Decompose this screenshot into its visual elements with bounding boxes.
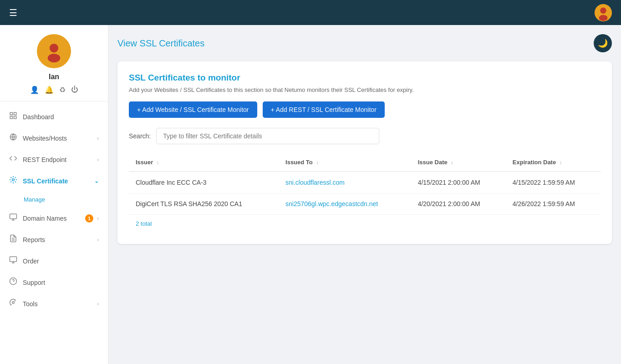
cell-issued-to: sni.cloudflaressl.com <box>279 172 411 193</box>
sidebar-item-tools[interactable]: Tools › <box>0 293 108 314</box>
power-icon[interactable]: ⏻ <box>71 86 78 94</box>
search-input[interactable] <box>156 128 379 144</box>
col-expiration-date: Expiration Date ↕ <box>506 153 601 172</box>
add-rest-ssl-button[interactable]: + Add REST / SSL Certificate Monitor <box>263 101 385 118</box>
main-layout: Ian 👤 🔔 ♻ ⏻ Dashboard <box>0 25 621 364</box>
card-title: SSL Certificates to monitor <box>129 73 601 83</box>
sidebar-item-label-order: Order <box>23 258 39 265</box>
cell-issue-date: 4/15/2021 2:00:00 AM <box>411 172 506 193</box>
table-row: DigiCert TLS RSA SHA256 2020 CA1 sni2570… <box>129 193 601 215</box>
svg-rect-7 <box>14 112 16 115</box>
search-row: Search: <box>129 128 601 144</box>
sidebar-item-ssl-manage[interactable]: Manage <box>0 192 108 207</box>
sidebar-item-websites-hosts[interactable]: Websites/Hosts › <box>0 127 108 149</box>
cell-expiration-date: 4/26/2022 1:59:59 AM <box>506 193 601 215</box>
sidebar-item-label-domain: Domain Names <box>23 215 66 222</box>
svg-point-2 <box>599 15 608 20</box>
sidebar-item-domain-names[interactable]: Domain Names 1 › <box>0 207 108 229</box>
menu-icon[interactable]: ☰ <box>9 7 17 18</box>
user-actions: 👤 🔔 ♻ ⏻ <box>30 86 78 94</box>
sidebar-item-support[interactable]: Support <box>0 272 108 293</box>
table-row: Cloudflare Inc ECC CA-3 sni.cloudflaress… <box>129 172 601 193</box>
user-avatar <box>37 34 71 68</box>
sidebar-item-rest-endpoint[interactable]: REST Endpoint › <box>0 149 108 170</box>
top-header: ☰ <box>0 0 621 25</box>
sidebar-item-label-support: Support <box>23 279 45 286</box>
dashboard-icon <box>9 111 17 122</box>
sort-icon-issuer[interactable]: ↕ <box>157 160 159 165</box>
domain-icon <box>9 213 17 223</box>
svg-rect-6 <box>10 112 12 115</box>
websites-icon <box>9 133 17 143</box>
svg-rect-13 <box>10 214 17 219</box>
svg-point-21 <box>12 302 15 304</box>
chevron-right-icon: › <box>97 301 99 307</box>
support-icon <box>9 277 17 288</box>
order-icon <box>9 256 17 266</box>
sidebar-item-label-websites: Websites/Hosts <box>23 135 67 142</box>
svg-point-4 <box>50 44 58 52</box>
dark-mode-button[interactable]: 🌙 <box>594 34 612 52</box>
svg-rect-9 <box>14 116 16 119</box>
chevron-right-icon: › <box>97 157 99 163</box>
chevron-right-icon: › <box>97 215 99 222</box>
total-row: 2 total <box>129 215 601 233</box>
sort-icon-issue-date[interactable]: ↕ <box>451 160 453 165</box>
cell-issued-to: sni25706gl.wpc.edgecastcdn.net <box>279 193 411 215</box>
user-section: Ian 👤 🔔 ♻ ⏻ <box>0 25 108 101</box>
content-area: View SSL Certificates 🌙 SSL Certificates… <box>108 25 621 364</box>
sidebar-item-label-rest: REST Endpoint <box>23 156 66 163</box>
sidebar-item-ssl-certificate[interactable]: SSL Certificate ⌄ <box>0 170 108 192</box>
reports-icon <box>9 234 17 245</box>
col-issuer: Issuer ↕ <box>129 153 279 172</box>
domain-badge: 1 <box>85 214 93 222</box>
username: Ian <box>49 73 59 81</box>
search-label: Search: <box>129 132 151 140</box>
svg-point-5 <box>48 54 61 62</box>
rest-icon <box>9 154 17 165</box>
cell-issuer: DigiCert TLS RSA SHA256 2020 CA1 <box>129 193 279 215</box>
sidebar-item-label-dashboard: Dashboard <box>23 113 54 121</box>
sidebar-item-label-tools: Tools <box>23 300 38 308</box>
svg-point-12 <box>12 179 15 181</box>
cell-expiration-date: 4/15/2022 1:59:59 AM <box>506 172 601 193</box>
svg-point-1 <box>600 7 606 13</box>
sidebar: Ian 👤 🔔 ♻ ⏻ Dashboard <box>0 25 108 364</box>
nav-section: Dashboard Websites/Hosts › <box>0 101 108 319</box>
cell-issuer: Cloudflare Inc ECC CA-3 <box>129 172 279 193</box>
ssl-table: Issuer ↕ Issued To ↕ Issue Date ↕ <box>129 153 601 215</box>
cell-issue-date: 4/20/2021 2:00:00 AM <box>411 193 506 215</box>
tools-icon <box>9 298 17 309</box>
header-avatar[interactable] <box>595 4 612 21</box>
sidebar-item-reports[interactable]: Reports › <box>0 229 108 250</box>
svg-rect-18 <box>10 257 17 262</box>
page-header: View SSL Certificates 🌙 <box>117 34 612 52</box>
chevron-down-icon: ⌄ <box>94 178 99 184</box>
bell-icon[interactable]: 🔔 <box>45 86 54 94</box>
sidebar-item-label-reports: Reports <box>23 236 45 243</box>
chevron-right-icon: › <box>97 135 99 142</box>
sidebar-item-label-ssl: SSL Certificate <box>23 177 68 185</box>
sidebar-item-order[interactable]: Order <box>0 250 108 272</box>
sidebar-item-dashboard[interactable]: Dashboard <box>0 106 108 127</box>
ssl-card: SSL Certificates to monitor Add your Web… <box>117 61 612 244</box>
add-website-ssl-button[interactable]: + Add Website / SSL Certificate Monitor <box>129 101 257 118</box>
svg-rect-8 <box>10 116 12 119</box>
action-buttons: + Add Website / SSL Certificate Monitor … <box>129 101 601 118</box>
chevron-right-icon: › <box>97 237 99 243</box>
page-title: View SSL Certificates <box>117 38 204 49</box>
sort-icon-expiration-date[interactable]: ↕ <box>560 160 562 165</box>
ssl-table-wrapper: Issuer ↕ Issued To ↕ Issue Date ↕ <box>129 153 601 233</box>
sort-icon-issued-to[interactable]: ↕ <box>316 160 319 165</box>
col-issue-date: Issue Date ↕ <box>411 153 506 172</box>
col-issued-to: Issued To ↕ <box>279 153 411 172</box>
ssl-icon <box>9 176 17 186</box>
profile-icon[interactable]: 👤 <box>30 86 39 94</box>
card-description: Add your Websites / SSL Certificates to … <box>129 86 601 93</box>
sitemap-icon[interactable]: ♻ <box>59 86 66 94</box>
